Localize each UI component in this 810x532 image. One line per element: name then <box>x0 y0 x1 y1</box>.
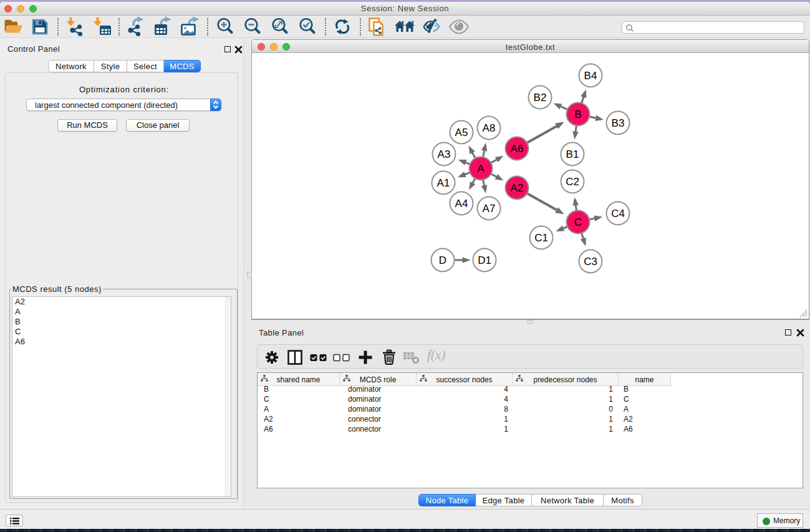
svg-text:A8: A8 <box>483 122 496 134</box>
svg-text:C: C <box>574 216 582 228</box>
svg-text:B4: B4 <box>584 70 597 82</box>
svg-text:A7: A7 <box>483 203 496 215</box>
svg-text:B1: B1 <box>566 148 579 160</box>
svg-text:C4: C4 <box>611 208 625 220</box>
svg-text:C3: C3 <box>584 256 597 268</box>
svg-text:A: A <box>477 163 485 175</box>
svg-text:D: D <box>439 254 446 266</box>
svg-text:B: B <box>574 109 581 120</box>
svg-text:D1: D1 <box>478 254 491 266</box>
svg-text:A6: A6 <box>511 143 524 155</box>
svg-text:A1: A1 <box>437 177 450 189</box>
svg-text:A2: A2 <box>511 182 524 194</box>
svg-text:B3: B3 <box>612 117 625 129</box>
svg-text:A4: A4 <box>455 198 468 210</box>
svg-text:B2: B2 <box>534 92 547 104</box>
svg-text:A5: A5 <box>455 127 468 138</box>
svg-text:A3: A3 <box>438 148 451 160</box>
svg-text:C1: C1 <box>534 232 548 244</box>
svg-text:C2: C2 <box>566 176 579 188</box>
